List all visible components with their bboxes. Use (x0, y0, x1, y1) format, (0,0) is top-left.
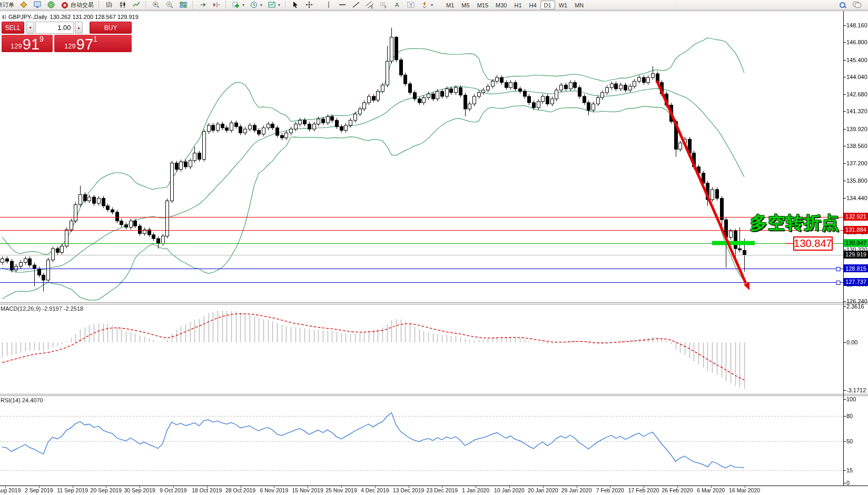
price-level-badge[interactable]: 131.884 (844, 226, 868, 234)
trendline-button[interactable] (350, 1, 362, 9)
periods-button[interactable]: ▾ (248, 1, 264, 9)
cursor-button[interactable] (290, 1, 301, 9)
rsi-axis-label: 100 (846, 396, 856, 402)
auto-scroll-button[interactable] (197, 1, 209, 9)
indicators-plus-icon (232, 1, 240, 9)
price-tick-label: 135.800 (846, 177, 867, 184)
candlestick-chart-button[interactable] (117, 1, 129, 9)
zoom-in-button[interactable] (150, 1, 162, 9)
date-axis-label[interactable]: 23 Dec 2019 (427, 487, 458, 493)
price-level-badge[interactable]: 132.921 (844, 213, 868, 221)
main-toolbar: 新订单 自动交易 (0, 0, 868, 10)
date-axis-label[interactable]: 28 Oct 2019 (225, 487, 255, 493)
green-disc-icon (47, 1, 55, 9)
date-axis-label[interactable]: 1 Jan 2020 (462, 487, 489, 493)
chart-shift-button[interactable] (211, 1, 222, 9)
toolbar-grip (225, 1, 227, 8)
timeframe-h4[interactable]: H4 (526, 1, 540, 9)
zoom-out-icon (165, 1, 174, 9)
date-axis-label[interactable]: 10 Jan 2020 (494, 487, 525, 493)
vertical-line-button[interactable] (323, 1, 334, 9)
price-tick-label: 134.440 (846, 195, 867, 201)
price-chart-canvas[interactable] (0, 11, 868, 495)
new-order-icon-button[interactable] (18, 1, 29, 9)
dropdown-caret: ▾ (260, 3, 262, 7)
timeframe-m30[interactable]: M30 (492, 1, 510, 9)
navigator-button[interactable] (45, 1, 57, 9)
label-t-icon: T (407, 1, 415, 9)
date-axis-label[interactable]: 4 Dec 2019 (361, 487, 389, 493)
chart-symbol-title: GBPJPY-,Daily (8, 14, 47, 20)
timeframe-m15[interactable]: M15 (474, 1, 492, 9)
date-axis-label[interactable]: 2 Sep 2019 (25, 487, 53, 493)
date-axis-label[interactable]: 16 Mar 2020 (729, 487, 760, 493)
fibonacci-icon: F (379, 1, 388, 9)
date-axis-label[interactable]: 26 Feb 2020 (662, 487, 693, 493)
new-order-button[interactable]: 新订单 (0, 1, 16, 9)
volume-decrease-stepper[interactable]: ▼ (26, 22, 35, 34)
timeframe-mn[interactable]: MN (571, 1, 587, 9)
timeframe-h1[interactable]: H1 (510, 1, 525, 9)
cursor-arrow-icon (291, 1, 300, 9)
crosshair-button[interactable] (303, 1, 315, 9)
date-axis-label[interactable]: 11 Sep 2019 (57, 487, 88, 493)
date-axis-label[interactable]: 20 Jan 2020 (528, 487, 558, 493)
volume-input[interactable]: 1.00 (35, 22, 73, 34)
date-axis-label[interactable]: 22 Aug 2019 (0, 487, 21, 493)
rsi-axis-label: 80 (846, 413, 853, 419)
search-button[interactable] (838, 1, 847, 9)
date-axis-label[interactable]: 6 Nov 2019 (260, 487, 289, 493)
date-axis-label[interactable]: 25 Nov 2019 (326, 487, 357, 493)
market-watch-button[interactable] (32, 1, 43, 9)
date-axis-label[interactable]: 30 Sep 2019 (124, 487, 155, 493)
community-chat-button[interactable] (851, 1, 863, 9)
turning-point-annotation[interactable]: 多空转折点 (750, 211, 840, 235)
rsi-axis-label: 15 (846, 467, 853, 473)
timeframe-m1[interactable]: M1 (442, 1, 458, 9)
bar-chart-button[interactable] (103, 1, 115, 9)
timeframe-w1[interactable]: W1 (555, 1, 571, 9)
date-axis-label[interactable]: 9 Oct 2019 (160, 487, 186, 493)
price-level-badge[interactable]: 128.815 (844, 264, 868, 272)
autotrading-icon (61, 1, 69, 9)
timeframe-d1[interactable]: D1 (540, 1, 555, 9)
macd-pane-label: MACD(12,26,9) -2.9197 -2.2518 (1, 305, 83, 312)
fibonacci-button[interactable]: F (378, 1, 389, 9)
date-axis-label[interactable]: 13 Dec 2019 (393, 487, 425, 493)
date-axis-label[interactable]: 17 Feb 2020 (628, 487, 659, 493)
macd-axis-label: 0.00 (846, 339, 857, 345)
templates-button[interactable]: ▾ (266, 1, 282, 9)
date-axis-label[interactable]: 29 Jan 2020 (561, 487, 592, 493)
buy-price-display[interactable]: 129 97 1 (54, 35, 132, 52)
one-click-trading-panel: SELL ▼ 1.00 ▲ BUY 129 91 9 129 97 1 (2, 22, 132, 52)
rsi-axis-label: 50 (846, 438, 853, 444)
indicators-button[interactable]: ▾ (230, 1, 246, 9)
date-axis-label[interactable]: 7 Feb 2020 (596, 487, 624, 493)
price-level-badge[interactable]: 127.737 (844, 278, 868, 286)
date-axis-label[interactable]: 6 Mar 2020 (697, 487, 725, 493)
text-button[interactable]: A (391, 1, 403, 9)
horizontal-line-icon (338, 1, 347, 9)
arrows-button[interactable]: ▾ (419, 1, 435, 9)
date-axis-label[interactable]: 20 Sep 2019 (91, 487, 122, 493)
tile-windows-button[interactable] (177, 1, 189, 9)
price-callout-box[interactable]: 130.847 (793, 236, 833, 251)
horizontal-line-button[interactable] (337, 1, 348, 9)
text-label-button[interactable]: T (405, 1, 417, 9)
svg-text:F: F (384, 5, 387, 9)
dropdown-caret: ▾ (278, 3, 280, 7)
channel-button[interactable]: E (364, 1, 376, 9)
timeframe-m5[interactable]: M5 (458, 1, 473, 9)
zoom-out-button[interactable] (164, 1, 175, 9)
sell-button[interactable]: SELL (2, 22, 24, 34)
sell-price-display[interactable]: 129 91 9 (2, 35, 53, 52)
autotrading-button[interactable]: 自动交易 (59, 1, 95, 9)
price-tick-label: 145.400 (846, 57, 867, 63)
volume-increase-stepper[interactable]: ▲ (75, 22, 83, 34)
buy-button[interactable]: BUY (90, 22, 132, 34)
date-axis-label[interactable]: 18 Oct 2019 (192, 487, 222, 493)
line-chart-button[interactable] (131, 1, 142, 9)
price-tick-label: 144.040 (846, 74, 867, 80)
date-axis-label[interactable]: 15 Nov 2019 (292, 487, 323, 493)
price-level-badge[interactable]: 130.847 (844, 239, 868, 247)
